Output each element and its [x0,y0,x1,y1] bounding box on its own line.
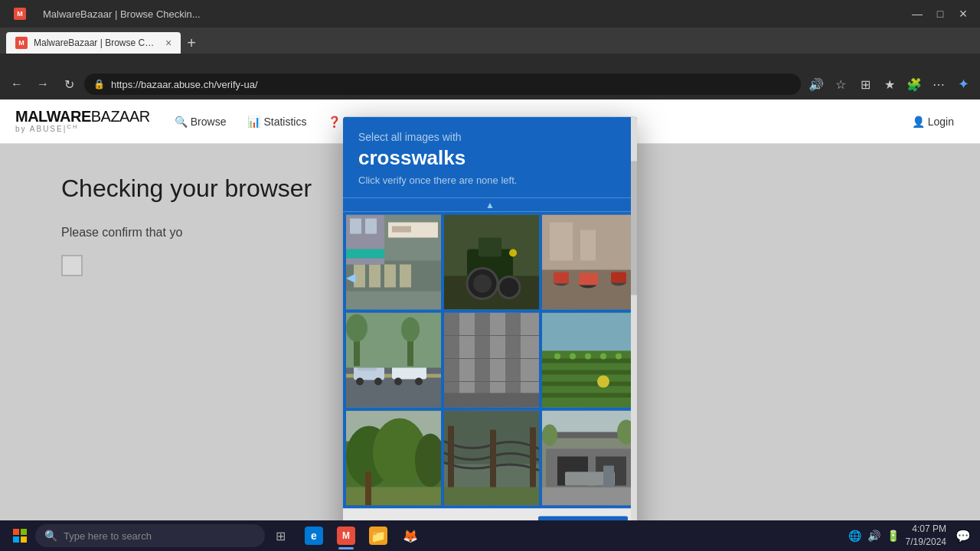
settings-icon[interactable]: ⋯ [928,73,949,95]
svg-rect-17 [479,238,501,257]
tab-title: MalwareBazaar | Browse Checkin... [34,37,156,48]
captcha-image-7[interactable] [444,411,539,506]
login-icon: 👤 [912,116,925,128]
captcha-image-3[interactable] [346,313,441,408]
win-logo-blue [13,536,19,543]
svg-point-42 [394,378,402,386]
svg-rect-5 [369,265,381,288]
browse-icon: 🔍 [175,116,188,128]
taskbar-search-bar[interactable]: 🔍 Type here to search [35,524,265,547]
win-logo-green [21,529,27,535]
captcha-header-desc: Click verify once there are none left. [358,174,622,186]
captcha-image-bg-1 [444,215,539,310]
svg-point-38 [356,378,364,386]
svg-point-67 [554,354,560,360]
nav-browse[interactable]: 🔍 Browse [165,111,236,132]
taskbar-browser-app[interactable]: M [331,520,361,551]
explorer-icon: 📁 [369,527,387,545]
system-date: 7/19/2024 [906,536,946,549]
favorites-bar-icon[interactable]: ★ [879,73,900,95]
svg-rect-10 [365,219,377,234]
login-button[interactable]: 👤 Login [901,111,965,132]
svg-rect-64 [542,370,637,375]
close-button[interactable]: × [952,3,974,24]
svg-rect-4 [354,265,365,288]
svg-point-68 [570,354,576,360]
win-logo-red [13,529,19,535]
svg-point-39 [374,378,382,386]
tray-network-icon[interactable]: 🌐 [848,530,861,542]
statistics-icon: 📊 [247,116,260,128]
captcha-image-bg-8 [542,411,637,506]
captcha-vscrollbar[interactable] [631,117,637,552]
system-time: 4:07 PM [906,523,946,536]
new-tab-button[interactable]: + [181,32,202,54]
svg-rect-27 [579,273,598,285]
svg-rect-32 [580,230,596,261]
tray-volume-icon[interactable]: 🔊 [867,530,880,542]
login-label: Login [928,116,954,128]
captcha-image-bg-2 [542,215,637,310]
captcha-image-1[interactable] [444,215,539,310]
minimize-button[interactable]: — [906,3,928,24]
captcha-image-8[interactable] [542,411,637,506]
edge-icon: e [305,527,323,545]
win-logo-yellow [21,536,27,543]
captcha-prev-arrow[interactable]: ◀ [346,270,355,285]
notification-button[interactable]: 💬 [952,525,974,546]
taskbar-search-icon: 🔍 [44,530,57,542]
collections-icon[interactable]: ⊞ [854,73,876,95]
svg-rect-6 [384,265,396,288]
svg-point-21 [509,249,517,257]
nav-statistics[interactable]: 📊 Statistics [238,111,315,132]
captcha-image-4[interactable] [444,313,539,408]
svg-rect-13 [392,227,411,233]
svg-rect-78 [346,487,441,506]
svg-rect-94 [603,466,614,487]
captcha-image-bg-4 [444,313,539,408]
taskbar-edge-app[interactable]: e [299,520,329,551]
captcha-image-6[interactable] [346,411,441,506]
active-tab[interactable]: M MalwareBazaar | Browse Checkin... × [6,32,181,54]
svg-point-19 [473,275,492,293]
windows-logo [13,529,27,543]
svg-rect-25 [554,272,569,284]
svg-rect-11 [346,249,384,259]
browser-extensions-icon[interactable]: 🧩 [903,73,925,95]
svg-rect-61 [542,313,637,351]
read-aloud-icon[interactable]: 🔊 [805,73,827,95]
favorites-icon[interactable]: ☆ [830,73,851,95]
task-view-button[interactable]: ⊞ [266,522,294,549]
svg-rect-79 [365,472,371,506]
start-button[interactable] [6,522,34,549]
address-bar[interactable]: 🔒 https://bazaar.abuse.ch/verify-ua/ [84,73,801,95]
captcha-image-0[interactable] [346,215,441,310]
tray-battery-icon[interactable]: 🔋 [887,530,900,542]
captcha-image-bg-0 [346,215,441,310]
taskbar-pinned-apps: e M 📁 🦊 [299,520,426,551]
forward-button[interactable]: → [32,73,54,95]
logo-sub: by ABUSE|CH [15,124,150,133]
captcha-image-bg-5 [542,313,637,408]
tab-bar: M MalwareBazaar | Browse Checkin... × + [0,28,980,54]
copilot-icon[interactable]: ✦ [952,73,974,95]
browse-label: Browse [191,116,227,128]
taskbar-explorer-app[interactable]: 📁 [363,520,394,551]
captcha-image-2[interactable] [542,215,637,310]
browser-chrome: M MalwareBazaar | Browse Checkin... — □ … [0,0,980,69]
captcha-header-title: crosswalks [358,146,622,170]
captcha-image-5[interactable] [542,313,637,408]
taskbar-firefox-app[interactable]: 🦊 [395,520,426,551]
back-button[interactable]: ← [6,73,28,95]
captcha-scroll-top[interactable]: ▲ [343,198,637,212]
tab-close-button[interactable]: × [165,37,172,49]
page-body: MALWAREbazaar by ABUSE|CH 🔍 Browse 📊 Sta… [0,99,980,551]
browser-icon: M [337,527,355,545]
address-text[interactable]: https://bazaar.abuse.ch/verify-ua/ [111,79,792,90]
restore-button[interactable]: □ [929,3,951,24]
refresh-button[interactable]: ↻ [58,73,80,95]
window-title: MalwareBazaar | Browse Checkin... [37,8,903,20]
system-clock[interactable]: 4:07 PM 7/19/2024 [906,523,946,549]
svg-point-69 [585,354,591,360]
title-bar: M MalwareBazaar | Browse Checkin... — □ … [0,0,980,28]
